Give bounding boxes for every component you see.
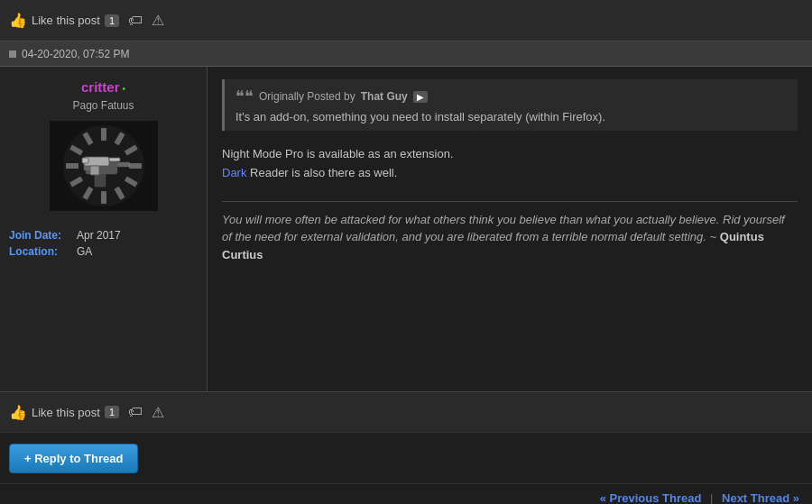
online-status-dot: • bbox=[123, 84, 126, 94]
top-action-bar: 👍 Like this post 1 🏷 ⚠ bbox=[0, 0, 812, 41]
user-sidebar: critter • Pago Fatuus bbox=[0, 67, 208, 391]
quote-author: That Guy bbox=[361, 90, 408, 103]
tag-icon[interactable]: 🏷 bbox=[128, 13, 143, 29]
bottom-like-count: 1 bbox=[105, 406, 119, 418]
post-area: critter • Pago Fatuus bbox=[0, 67, 812, 391]
dark-reader-link[interactable]: Dark bbox=[222, 166, 246, 179]
location-row: Location: GA bbox=[9, 245, 198, 258]
footer-separator: | bbox=[710, 491, 713, 504]
reply-button-label: + Reply to Thread bbox=[24, 452, 123, 465]
svg-rect-15 bbox=[66, 163, 78, 169]
bottom-thumbs-up-icon: 👍 bbox=[9, 404, 27, 421]
post-body-line1: Night Mode Pro is available as an extens… bbox=[222, 147, 454, 160]
svg-rect-9 bbox=[129, 163, 142, 169]
previous-thread-link[interactable]: « Previous Thread bbox=[600, 491, 702, 504]
reply-to-thread-button[interactable]: + Reply to Thread bbox=[9, 444, 138, 473]
quote-header: ❝❝ Originally Posted by That Guy ▶ bbox=[235, 87, 787, 106]
bottom-report-icon[interactable]: ⚠ bbox=[152, 404, 164, 421]
svg-rect-5 bbox=[117, 162, 130, 167]
quote-view-post-icon[interactable]: ▶ bbox=[413, 91, 428, 103]
like-count: 1 bbox=[105, 14, 119, 27]
reply-area: + Reply to Thread bbox=[0, 433, 812, 483]
date-square-icon bbox=[9, 50, 16, 58]
report-icon[interactable]: ⚠ bbox=[152, 12, 164, 29]
thumbs-up-icon: 👍 bbox=[9, 12, 27, 29]
svg-rect-21 bbox=[109, 158, 120, 161]
avatar bbox=[50, 121, 158, 211]
post-date: 04-20-2020, 07:52 PM bbox=[22, 48, 129, 60]
join-date-row: Join Date: Apr 2017 bbox=[9, 229, 198, 242]
join-date-value: Apr 2017 bbox=[77, 229, 121, 242]
sig-text: You will more often be attacked for what… bbox=[222, 213, 785, 244]
post-signature: You will more often be attacked for what… bbox=[222, 201, 798, 264]
svg-rect-6 bbox=[101, 128, 106, 141]
bottom-like-button[interactable]: 👍 Like this post 1 bbox=[9, 404, 119, 421]
bottom-action-bar: 👍 Like this post 1 🏷 ⚠ bbox=[0, 391, 812, 433]
like-label: Like this post bbox=[32, 14, 100, 27]
svg-rect-3 bbox=[95, 174, 106, 187]
quote-prefix: Originally Posted by bbox=[259, 90, 355, 103]
bottom-tag-icon[interactable]: 🏷 bbox=[128, 404, 143, 420]
date-bar: 04-20-2020, 07:52 PM bbox=[0, 41, 812, 67]
svg-rect-12 bbox=[101, 191, 106, 204]
quote-block: ❝❝ Originally Posted by That Guy ▶ It's … bbox=[222, 79, 798, 131]
post-body: Night Mode Pro is available as an extens… bbox=[222, 145, 798, 183]
post-content: ❝❝ Originally Posted by That Guy ▶ It's … bbox=[208, 67, 812, 391]
next-thread-link[interactable]: Next Thread » bbox=[722, 491, 799, 504]
location-value: GA bbox=[77, 245, 92, 258]
quote-marks-icon: ❝❝ bbox=[235, 87, 254, 106]
username: critter bbox=[81, 79, 120, 95]
svg-rect-20 bbox=[82, 158, 88, 163]
join-date-label: Join Date: bbox=[9, 229, 72, 242]
svg-rect-19 bbox=[90, 166, 99, 175]
user-meta: Join Date: Apr 2017 Location: GA bbox=[9, 229, 198, 261]
like-button[interactable]: 👍 Like this post 1 bbox=[9, 12, 119, 29]
location-label: Location: bbox=[9, 245, 72, 258]
bottom-like-label: Like this post bbox=[32, 406, 100, 419]
user-title: Pago Fatuus bbox=[72, 99, 134, 112]
post-body-line2: Reader is also there as well. bbox=[246, 166, 397, 179]
quote-text: It's an add-on, something you need to in… bbox=[235, 110, 787, 124]
footer-nav: « Previous Thread | Next Thread » bbox=[0, 483, 812, 504]
